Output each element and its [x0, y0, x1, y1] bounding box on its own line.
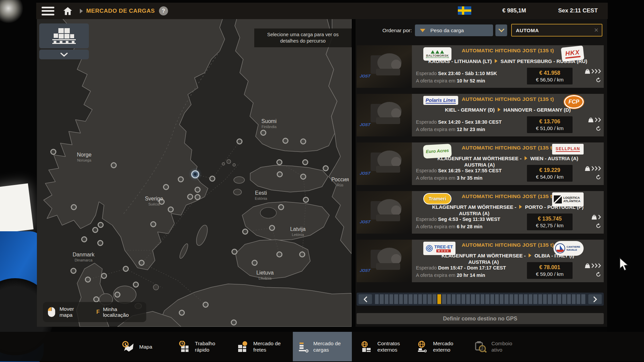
city-marker[interactable] [93, 296, 99, 302]
city-marker[interactable] [282, 138, 288, 144]
city-marker[interactable] [252, 260, 258, 266]
page-tick[interactable] [548, 294, 551, 304]
page-tick[interactable] [577, 294, 580, 304]
page-tick[interactable] [529, 294, 532, 304]
page-tick[interactable] [476, 294, 480, 304]
city-marker[interactable] [71, 204, 77, 210]
page-tick[interactable] [524, 294, 528, 304]
city-marker[interactable] [209, 176, 215, 182]
city-marker[interactable] [278, 204, 284, 210]
page-tick[interactable] [500, 294, 503, 304]
city-marker[interactable] [179, 310, 185, 316]
page-tick[interactable] [442, 294, 446, 304]
page-tick[interactable] [414, 294, 417, 304]
city-marker[interactable] [50, 149, 56, 155]
city-marker[interactable] [203, 302, 209, 308]
city-marker[interactable] [303, 197, 309, 203]
page-tick[interactable] [437, 294, 441, 304]
city-marker[interactable] [302, 159, 308, 165]
page-tick[interactable] [490, 294, 494, 304]
sort-expand-button[interactable] [495, 24, 507, 36]
city-marker[interactable] [269, 225, 275, 231]
page-tick[interactable] [452, 294, 455, 304]
city-marker[interactable] [236, 138, 243, 144]
page-tick[interactable] [495, 294, 499, 304]
city-marker[interactable] [123, 266, 129, 272]
city-marker[interactable] [231, 319, 237, 325]
city-marker[interactable] [195, 187, 201, 193]
city-marker[interactable] [150, 221, 156, 227]
cargo-offer-card[interactable]: JOST Polaris Lines AUTOMATIC HITCHING JO… [357, 94, 604, 136]
page-tick[interactable] [519, 294, 523, 304]
city-marker[interactable] [92, 227, 98, 233]
page-tick[interactable] [380, 294, 383, 304]
sort-dropdown[interactable]: Peso da carga [415, 24, 493, 36]
cargo-offer-card[interactable]: JOST TREE-ETWOOD AUTOMATIC HITCHING JOST… [357, 240, 604, 282]
page-tick[interactable] [385, 294, 388, 304]
page-tick[interactable] [509, 294, 513, 304]
my-location-label[interactable]: Minha localização [103, 306, 142, 318]
city-marker[interactable] [195, 194, 201, 200]
nav-external-contracts[interactable]: Contratos externos [356, 332, 414, 361]
page-tick[interactable] [562, 294, 566, 304]
city-marker[interactable] [101, 273, 107, 279]
page-tick[interactable] [399, 294, 403, 304]
city-marker[interactable] [277, 171, 283, 177]
page-tick[interactable] [404, 294, 408, 304]
help-button[interactable]: ? [159, 6, 168, 15]
page-tick[interactable] [423, 294, 427, 304]
city-marker[interactable] [81, 236, 87, 242]
page-tick[interactable] [567, 294, 571, 304]
city-marker[interactable] [163, 184, 169, 190]
page-tick[interactable] [485, 294, 489, 304]
page-tick[interactable] [389, 294, 393, 304]
clear-icon[interactable]: × [591, 26, 602, 34]
next-page-button[interactable] [588, 294, 602, 304]
menu-icon[interactable] [42, 7, 54, 15]
nav-map[interactable]: Mapa [117, 332, 157, 361]
city-marker[interactable] [168, 206, 174, 213]
city-marker[interactable] [97, 240, 103, 246]
page-tick[interactable] [557, 294, 561, 304]
city-marker[interactable] [139, 260, 145, 266]
nav-freight-market[interactable]: Mercado de fretes [232, 332, 290, 361]
page-tick[interactable] [481, 294, 484, 304]
page-tick[interactable] [375, 294, 379, 304]
page-tick[interactable] [409, 294, 412, 304]
page-tick[interactable] [572, 294, 576, 304]
nav-external-market[interactable]: Mercado externo [412, 332, 470, 361]
page-tick[interactable] [471, 294, 475, 304]
page-tick[interactable] [433, 294, 436, 304]
page-tick[interactable] [466, 294, 470, 304]
nav-cargo-market[interactable]: Mercado de cargas [293, 332, 352, 361]
city-marker[interactable] [133, 282, 139, 288]
city-marker[interactable] [242, 229, 248, 235]
city-marker[interactable] [111, 162, 117, 168]
page-tick[interactable] [428, 294, 431, 304]
city-marker[interactable] [114, 292, 120, 298]
trailer-filter-expand-button[interactable] [39, 50, 89, 59]
city-marker[interactable] [70, 268, 76, 274]
city-marker[interactable] [299, 251, 305, 257]
page-tick[interactable] [504, 294, 508, 304]
page-tick[interactable] [553, 294, 556, 304]
search-input[interactable] [512, 27, 591, 33]
map-panel[interactable]: NorgeNoruegaSverigeSuéciaSuomiFinlândiaE… [37, 19, 352, 327]
set-gps-destination-button[interactable]: Definir como destino no GPS [357, 313, 604, 324]
page-tick[interactable] [457, 294, 460, 304]
city-marker[interactable] [260, 130, 266, 136]
cargo-offer-card[interactable]: JOST BALTOMORSK AUTOMATIC HITCHING JOST … [357, 45, 604, 88]
city-marker[interactable] [300, 174, 306, 180]
page-tick[interactable] [394, 294, 398, 304]
page-tick[interactable] [418, 294, 422, 304]
page-tick[interactable] [543, 294, 547, 304]
nav-convoy[interactable]: Comboio ativo [469, 332, 528, 361]
page-tick[interactable] [538, 294, 542, 304]
city-marker[interactable] [159, 199, 165, 205]
city-marker[interactable] [300, 138, 306, 144]
page-tick[interactable] [462, 294, 465, 304]
city-marker[interactable] [187, 194, 193, 200]
cargo-offer-card[interactable]: JOST Euro Acres AUTOMATIC HITCHING JOST … [357, 142, 604, 185]
page-tick[interactable] [514, 294, 518, 304]
page-tick[interactable] [447, 294, 451, 304]
